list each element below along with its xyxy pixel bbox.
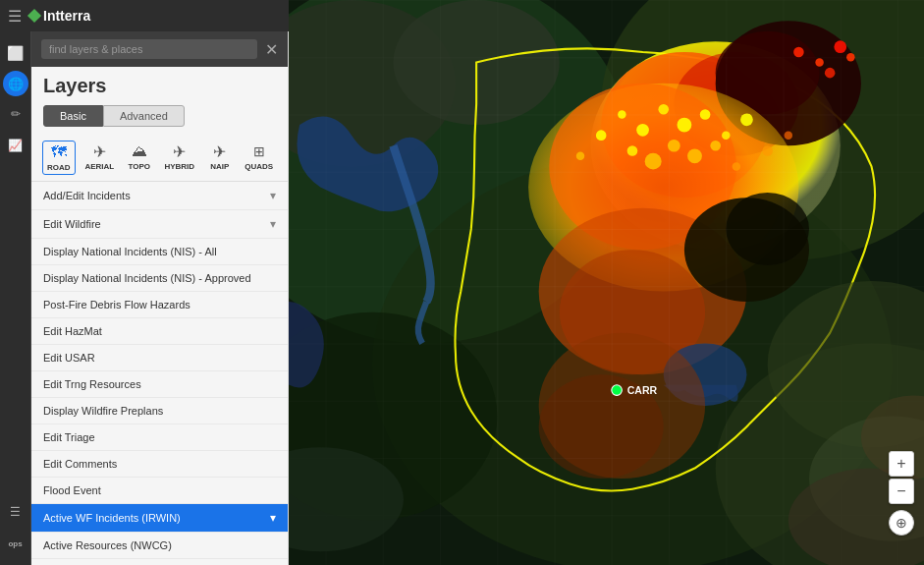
hybrid-icon: ✈ bbox=[168, 142, 191, 160]
layers-title: Layers bbox=[31, 67, 288, 101]
layer-label: Edit USAR bbox=[43, 352, 95, 364]
map-types-row: 🗺 ROAD ✈ AERIAL ⛰ TOPO ✈ HYBRID ✈ NAIP ⊞ bbox=[31, 135, 288, 182]
aerial-icon: ✈ bbox=[87, 142, 111, 160]
layer-label: Display National Incidents (NIS) - Appro… bbox=[43, 272, 251, 284]
layer-label: Edit Comments bbox=[43, 458, 117, 470]
chevron-down-icon: ▾ bbox=[270, 189, 276, 202]
app-logo: Intterra bbox=[29, 8, 90, 24]
layers-tabs: Basic Advanced bbox=[31, 101, 288, 135]
sidebar-icons: ⬜ 🌐 ✏ 📈 ☰ ops bbox=[0, 31, 31, 565]
sidebar-icon-edit[interactable]: ✏ bbox=[2, 100, 29, 128]
zoom-in-button[interactable]: + bbox=[889, 451, 914, 477]
map-type-road[interactable]: 🗺 ROAD bbox=[42, 141, 76, 175]
layers-close-button[interactable]: ✕ bbox=[265, 40, 278, 59]
app-container: ☰ Intterra ⬜ 🌐 ✏ 📈 ☰ ops ✕ Layers Basic … bbox=[0, 0, 924, 565]
map-type-aerial[interactable]: ✈ AERIAL bbox=[81, 141, 118, 175]
map-type-quads[interactable]: ⊞ QUADS bbox=[241, 141, 277, 175]
chevron-down-icon: ▾ bbox=[270, 217, 276, 231]
quads-icon: ⊞ bbox=[247, 142, 271, 160]
sidebar-icon-ops[interactable]: ops bbox=[2, 530, 29, 557]
tab-basic[interactable]: Basic bbox=[43, 105, 103, 127]
layer-edit-triage[interactable]: Edit Triage bbox=[31, 424, 288, 451]
app-title: Intterra bbox=[43, 8, 90, 24]
layers-panel: ✕ Layers Basic Advanced 🗺 ROAD ✈ AERIAL … bbox=[31, 31, 289, 565]
topo-icon: ⛰ bbox=[128, 142, 151, 160]
map-type-naip[interactable]: ✈ NAIP bbox=[204, 141, 236, 175]
sidebar-icon-list[interactable]: ☰ bbox=[2, 498, 29, 526]
quads-label: QUADS bbox=[245, 162, 273, 171]
map-type-hybrid[interactable]: ✈ HYBRID bbox=[160, 141, 198, 175]
chevron-down-icon: ▾ bbox=[270, 511, 276, 525]
map-svg: CARR bbox=[289, 0, 924, 565]
layer-label: Post-Fire Debris Flow Hazards bbox=[43, 299, 190, 311]
map-area[interactable]: CARR + − ⊕ bbox=[289, 0, 924, 565]
sidebar-icon-monitor[interactable]: ⬜ bbox=[2, 39, 29, 67]
locate-button[interactable]: ⊕ bbox=[889, 510, 914, 536]
topo-label: TOPO bbox=[129, 162, 151, 171]
layer-edit-comments[interactable]: Edit Comments bbox=[31, 451, 288, 478]
layer-display-wildfire-preplans[interactable]: Display Wildfire Preplans bbox=[31, 398, 288, 424]
layers-list: Add/Edit Incidents ▾ Edit Wildfire ▾ Dis… bbox=[31, 182, 288, 565]
layer-active-resources[interactable]: Active Resources (NWCG) bbox=[31, 533, 288, 559]
hybrid-label: HYBRID bbox=[164, 162, 194, 171]
layers-search-input[interactable] bbox=[41, 39, 257, 59]
svg-point-50 bbox=[612, 385, 623, 396]
layer-label: Active Resources (NWCG) bbox=[43, 539, 172, 551]
sidebar-icon-globe[interactable]: 🌐 bbox=[3, 71, 28, 96]
layer-label: Display Wildfire Preplans bbox=[43, 405, 163, 417]
sidebar-icon-chart[interactable]: 📈 bbox=[2, 132, 29, 159]
layer-label: Edit Trng Resources bbox=[43, 378, 141, 390]
layer-edit-usar[interactable]: Edit USAR bbox=[31, 345, 288, 371]
layer-label: Edit Wildfire bbox=[43, 218, 101, 230]
zoom-out-button[interactable]: − bbox=[889, 479, 914, 504]
layer-display-national-incidents-all[interactable]: Display National Incidents (NIS) - All bbox=[31, 239, 288, 265]
tab-advanced[interactable]: Advanced bbox=[103, 105, 185, 127]
map-type-topo[interactable]: ⛰ TOPO bbox=[124, 141, 155, 175]
map-controls: + − ⊕ bbox=[889, 451, 914, 536]
layer-label: Flood Event bbox=[43, 484, 101, 496]
layer-label: Edit HazMat bbox=[43, 325, 102, 337]
layer-temporary-flight[interactable]: Temporary Flight Restrictions bbox=[31, 559, 288, 565]
layer-label: Edit Triage bbox=[43, 431, 95, 443]
layer-edit-hazmat[interactable]: Edit HazMat bbox=[31, 318, 288, 345]
top-bar: ☰ Intterra bbox=[0, 0, 289, 31]
layer-label: Active WF Incidents (IRWIN) bbox=[43, 512, 181, 524]
naip-icon: ✈ bbox=[208, 142, 232, 160]
hamburger-menu[interactable]: ☰ bbox=[0, 7, 29, 26]
layer-label: Display National Incidents (NIS) - All bbox=[43, 246, 217, 257]
layer-label: Add/Edit Incidents bbox=[43, 190, 131, 201]
layer-active-wf-incidents[interactable]: Active WF Incidents (IRWIN) ▾ bbox=[31, 504, 288, 533]
svg-text:CARR: CARR bbox=[627, 384, 658, 396]
layer-display-national-incidents-approved[interactable]: Display National Incidents (NIS) - Appro… bbox=[31, 265, 288, 292]
layer-flood-event[interactable]: Flood Event bbox=[31, 478, 288, 504]
layer-edit-wildfire[interactable]: Edit Wildfire ▾ bbox=[31, 210, 288, 239]
road-icon: 🗺 bbox=[47, 143, 71, 161]
aerial-label: AERIAL bbox=[84, 162, 114, 171]
naip-label: NAIP bbox=[210, 162, 229, 171]
road-label: ROAD bbox=[47, 163, 71, 172]
layer-edit-trng-resources[interactable]: Edit Trng Resources bbox=[31, 371, 288, 398]
layer-post-fire-debris[interactable]: Post-Fire Debris Flow Hazards bbox=[31, 292, 288, 318]
layers-search-header: ✕ bbox=[31, 31, 288, 67]
logo-diamond-icon bbox=[27, 9, 41, 23]
layer-add-edit-incidents[interactable]: Add/Edit Incidents ▾ bbox=[31, 182, 288, 210]
